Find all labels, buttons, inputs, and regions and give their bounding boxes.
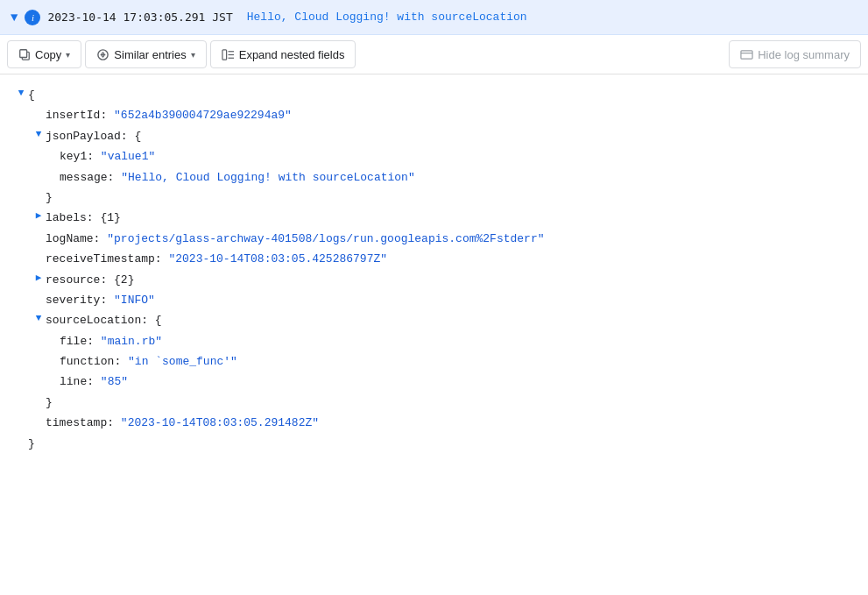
resource-line: ▶ resource: {2} — [14, 270, 854, 290]
root-open: ▼ { — [14, 85, 854, 105]
key1-key: key1: — [60, 146, 94, 166]
expand-label: Expand nested fields — [239, 48, 345, 61]
similar-label: Similar entries — [114, 48, 186, 61]
jsonpayload-close: } — [14, 188, 854, 208]
line-value: "85" — [101, 372, 128, 392]
receivetimestamp-key: receiveTimestamp: — [46, 249, 162, 269]
file-value: "main.rb" — [101, 331, 162, 351]
key1-line: key1: "value1" — [14, 146, 854, 166]
hide-label: Hide log summary — [758, 48, 850, 61]
sourcelocation-key: sourceLocation: — [46, 310, 148, 330]
message-value: "Hello, Cloud Logging! with sourceLocati… — [121, 167, 414, 188]
timestamp-key: timestamp: — [46, 413, 114, 433]
severity-value: "INFO" — [114, 290, 155, 310]
resource-key: resource: — [46, 270, 107, 290]
labels-toggle[interactable]: ▶ — [32, 208, 46, 225]
root-close: } — [14, 434, 854, 454]
hide-log-summary-button[interactable]: Hide log summary — [729, 40, 861, 68]
line-key: line: — [60, 372, 94, 392]
insertid-line: insertId: "652a4b390004729ae92294a9" — [14, 105, 854, 125]
hide-log-icon — [740, 48, 753, 61]
insertid-key: insertId: — [46, 105, 107, 125]
sourcelocation-open: ▼ sourceLocation: { — [14, 310, 854, 330]
jsonpayload-open: ▼ jsonPayload: { — [14, 126, 854, 146]
sourcelocation-close: } — [14, 393, 854, 413]
jsonpayload-key: jsonPayload: — [46, 126, 128, 146]
receivetimestamp-value: "2023-10-14T08:03:05.425286797Z" — [168, 249, 387, 269]
svg-rect-4 — [222, 49, 227, 59]
message-line: message: "Hello, Cloud Logging! with sou… — [14, 167, 854, 188]
expand-icon — [222, 48, 235, 61]
log-message: Hello, Cloud Logging! with sourceLocatio… — [247, 11, 527, 24]
logname-key: logName: — [46, 229, 100, 249]
message-key: message: — [60, 167, 114, 188]
file-key: file: — [60, 331, 94, 351]
json-content: ▼ { insertId: "652a4b390004729ae92294a9"… — [0, 74, 868, 464]
function-value: "in `some_func'" — [128, 351, 237, 372]
toolbar: Copy ▾ Similar entries ▾ Expand nested f… — [0, 35, 868, 74]
file-line: file: "main.rb" — [14, 331, 854, 351]
info-icon: i — [25, 10, 40, 25]
logname-line: logName: "projects/glass-archway-401508/… — [14, 229, 854, 249]
severity-key: severity: — [46, 290, 107, 310]
insertid-value: "652a4b390004729ae92294a9" — [114, 105, 292, 125]
timestamp-line: timestamp: "2023-10-14T08:03:05.291482Z" — [14, 413, 854, 433]
receivetimestamp-line: receiveTimestamp: "2023-10-14T08:03:05.4… — [14, 249, 854, 269]
function-key: function: — [60, 351, 121, 372]
copy-label: Copy — [35, 48, 61, 61]
resource-toggle[interactable]: ▶ — [32, 270, 46, 287]
collapse-chevron[interactable]: ▼ — [11, 11, 18, 25]
similar-entries-button[interactable]: Similar entries ▾ — [85, 40, 206, 68]
expand-nested-button[interactable]: Expand nested fields — [210, 40, 356, 68]
labels-key: labels: — [46, 208, 94, 228]
svg-rect-1 — [20, 50, 27, 58]
function-line: function: "in `some_func'" — [14, 351, 854, 372]
logname-value: "projects/glass-archway-401508/logs/run.… — [107, 229, 544, 249]
key1-value: "value1" — [101, 146, 155, 166]
labels-line: ▶ labels: {1} — [14, 208, 854, 228]
severity-line: severity: "INFO" — [14, 290, 854, 310]
svg-rect-8 — [741, 50, 752, 58]
timestamp-value: "2023-10-14T08:03:05.291482Z" — [121, 413, 319, 433]
copy-icon — [18, 48, 31, 60]
similar-dropdown-arrow: ▾ — [191, 50, 195, 60]
copy-button[interactable]: Copy ▾ — [7, 40, 81, 68]
line-line: line: "85" — [14, 372, 854, 392]
root-toggle[interactable]: ▼ — [14, 85, 28, 103]
header-row: ▼ i 2023-10-14 17:03:05.291 JST Hello, C… — [0, 0, 868, 35]
similar-entries-icon — [96, 48, 109, 61]
sourcelocation-toggle[interactable]: ▼ — [32, 310, 46, 328]
copy-dropdown-arrow: ▾ — [66, 50, 70, 60]
jsonpayload-toggle[interactable]: ▼ — [32, 126, 46, 144]
log-timestamp: 2023-10-14 17:03:05.291 JST — [47, 11, 232, 24]
